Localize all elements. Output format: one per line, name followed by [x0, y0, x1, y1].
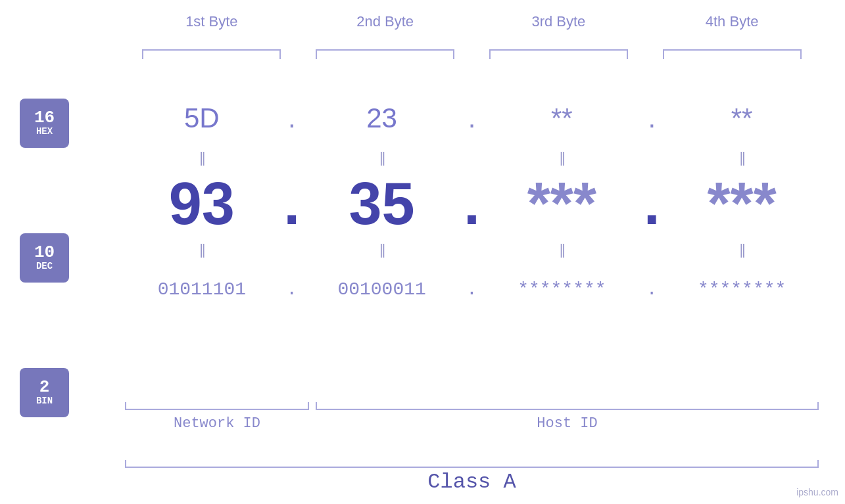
bin-dot3: .: [639, 279, 665, 300]
bin-dot1: .: [279, 279, 305, 300]
byte2-header: 2nd Byte: [299, 13, 472, 30]
badge-hex: 16 HEX: [20, 99, 69, 148]
dec-col4: ***: [665, 170, 819, 238]
bin-col2: 00100011: [305, 279, 459, 300]
badge-bin: 2 BIN: [20, 368, 69, 417]
watermark: ipshu.com: [796, 487, 838, 497]
dec-dot2: .: [459, 170, 485, 238]
network-bracket: [125, 402, 309, 410]
equals-row-2: || || || ||: [125, 237, 819, 263]
hex-dot3: .: [639, 103, 665, 134]
host-bracket-line: [316, 402, 819, 410]
dec-dot3: .: [639, 170, 665, 238]
byte-headers: 1st Byte 2nd Byte 3rd Byte 4th Byte: [125, 13, 819, 30]
bracket-shape-2: [316, 49, 454, 59]
hex-dot1: .: [279, 103, 305, 134]
bin-dot2: .: [459, 279, 485, 300]
eq1-col2: ||: [305, 149, 459, 166]
dec-row: 93 . 35 . *** . ***: [125, 171, 819, 237]
eq2-col4: ||: [665, 241, 819, 258]
bin-col1: 01011101: [125, 279, 279, 300]
main-grid: 5D . 23 . ** . ** ||: [125, 79, 819, 315]
eq1-col4: ||: [665, 149, 819, 166]
dec-dot1: .: [279, 170, 305, 238]
hex-col1: 5D: [125, 103, 279, 134]
hex-dot2: .: [459, 103, 485, 134]
eq1-col3: ||: [485, 149, 639, 166]
bracket-col2: [299, 49, 472, 59]
dec-col1: 93: [125, 170, 279, 238]
byte1-header: 1st Byte: [125, 13, 299, 30]
dec-col3: ***: [485, 170, 639, 238]
bracket-col1: [125, 49, 299, 59]
bracket-col4: [645, 49, 819, 59]
eq2-col3: ||: [485, 241, 639, 258]
equals-row-1: || || || ||: [125, 145, 819, 171]
bin-col4: ********: [665, 279, 819, 300]
bracket-shape-3: [489, 49, 628, 59]
byte3-header: 3rd Byte: [472, 13, 646, 30]
hex-col3: **: [485, 103, 639, 134]
bottom-section: Network ID Host ID: [125, 402, 819, 432]
eq2-col1: ||: [125, 241, 279, 258]
badge-dec: 10 DEC: [20, 233, 69, 283]
eq2-col2: ||: [305, 241, 459, 258]
eq1-col1: ||: [125, 149, 279, 166]
dec-col2: 35: [305, 170, 459, 238]
hex-col4: **: [665, 103, 819, 134]
hex-col2: 23: [305, 103, 459, 134]
bracket-shape-1: [142, 49, 281, 59]
bin-row: 01011101 . 00100011 . ******** . *******…: [125, 263, 819, 315]
hex-row: 5D . 23 . ** . **: [125, 92, 819, 145]
big-bracket: [125, 460, 819, 468]
badge-container: 16 HEX 10 DEC 2 BIN: [20, 99, 69, 417]
bracket-labels: Network ID Host ID: [125, 415, 819, 432]
host-id-label: Host ID: [316, 415, 819, 432]
bracket-col3: [472, 49, 646, 59]
top-brackets: [125, 49, 819, 59]
bottom-brackets: [125, 402, 819, 410]
network-id-label: Network ID: [125, 415, 309, 432]
class-label: Class A: [125, 470, 819, 494]
bracket-shape-4: [663, 49, 802, 59]
bin-col3: ********: [485, 279, 639, 300]
host-bracket: [316, 402, 819, 410]
network-bracket-line: [125, 402, 309, 410]
byte4-header: 4th Byte: [645, 13, 819, 30]
main-container: 1st Byte 2nd Byte 3rd Byte 4th Byte 16 H…: [0, 0, 845, 504]
